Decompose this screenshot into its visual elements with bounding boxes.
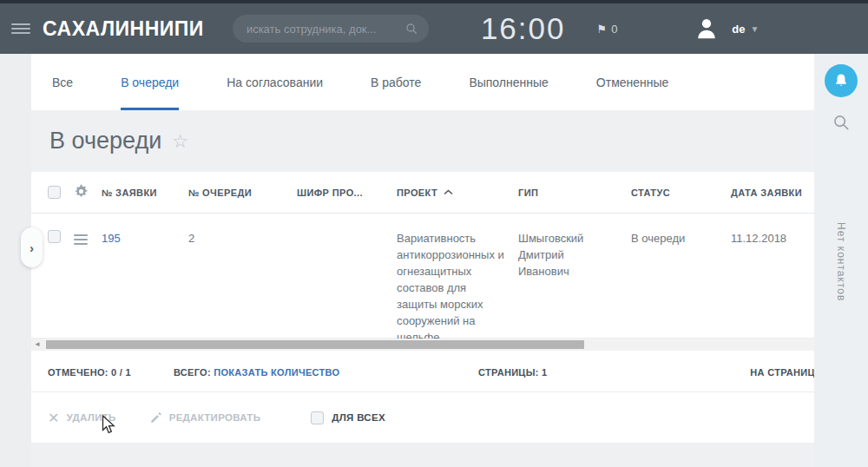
- horizontal-scrollbar[interactable]: ◄: [31, 339, 814, 351]
- sort-asc-icon: [444, 189, 453, 195]
- cell-project: Вариативность антикоррозионных и огнезащ…: [397, 214, 518, 345]
- cell-project-code: [297, 214, 397, 345]
- tab-on-approval[interactable]: На согласовании: [227, 54, 323, 110]
- notifications-bell-button[interactable]: [825, 64, 858, 97]
- user-lang-label[interactable]: de: [732, 23, 745, 36]
- tab-in-queue[interactable]: В очереди: [121, 54, 179, 110]
- right-sidebar: Нет контактов: [814, 54, 868, 467]
- cell-status: В очереди: [631, 214, 731, 345]
- marked-counter: ОТМЕЧЕНО: 0 / 1: [48, 367, 131, 378]
- current-page[interactable]: 1: [542, 367, 547, 378]
- table-footer: ОТМЕЧЕНО: 0 / 1 ВСЕГО: ПОКАЗАТЬ КОЛИЧЕСТ…: [31, 351, 814, 392]
- col-request-date[interactable]: ДАТА ЗАЯВКИ: [731, 187, 809, 198]
- search-icon[interactable]: [404, 22, 418, 36]
- pencil-icon: [149, 411, 162, 424]
- bell-icon: [832, 72, 850, 89]
- for-all-label: ДЛЯ ВСЕХ: [332, 412, 385, 423]
- cell-queue-no: 2: [188, 214, 297, 345]
- sidebar-search-icon[interactable]: [832, 113, 851, 132]
- edit-button[interactable]: РЕДАКТИРОВАТЬ: [149, 411, 261, 424]
- gear-icon[interactable]: [74, 184, 102, 201]
- col-status[interactable]: СТАТУС: [631, 187, 731, 198]
- cell-request-date: 11.12.2018: [731, 214, 809, 345]
- bottom-spacer: [31, 443, 814, 467]
- table-row[interactable]: 195 2 Вариативность антикоррозионных и о…: [31, 214, 814, 339]
- chevron-down-icon[interactable]: ▼: [751, 24, 760, 34]
- app-header: САХАЛИННИПИ 16:00 ⚑ 0 de ▼: [0, 3, 868, 54]
- search-input[interactable]: [247, 23, 404, 36]
- col-project-code[interactable]: ШИФР ПРО...: [297, 187, 397, 198]
- per-page-label[interactable]: НА СТРАНИЦУ: [750, 367, 814, 378]
- row-checkbox[interactable]: [48, 230, 61, 243]
- user-menu[interactable]: de ▼: [694, 16, 759, 42]
- notifications-flag[interactable]: ⚑ 0: [596, 23, 617, 36]
- tab-in-progress[interactable]: В работе: [371, 54, 421, 110]
- cell-request-no[interactable]: 195: [102, 214, 188, 345]
- total-counter: ВСЕГО: ПОКАЗАТЬ КОЛИЧЕСТВО: [174, 367, 339, 378]
- left-gutter: ›: [0, 54, 31, 467]
- col-queue-no[interactable]: № ОЧЕРЕДИ: [188, 187, 297, 198]
- row-menu-icon[interactable]: [74, 214, 102, 345]
- table-header: № ЗАЯВКИ № ОЧЕРЕДИ ШИФР ПРО... ПРОЕКТ ГИ…: [31, 172, 814, 214]
- delete-x-icon: ✕: [48, 410, 60, 426]
- no-contacts-label: Нет контактов: [835, 222, 847, 301]
- tab-all[interactable]: Все: [52, 54, 73, 110]
- cell-gip: Шмыговский Дмитрий Иванович: [518, 214, 631, 345]
- delete-button[interactable]: ✕ УДАЛИТЬ: [48, 410, 116, 426]
- favorite-star-icon[interactable]: ☆: [172, 131, 188, 152]
- actions-bar: ✕ УДАЛИТЬ РЕДАКТИРОВАТЬ ДЛЯ ВСЕХ: [31, 392, 814, 443]
- app-title: САХАЛИННИПИ: [43, 17, 204, 41]
- expand-panel-button[interactable]: ›: [21, 227, 43, 267]
- col-project[interactable]: ПРОЕКТ: [397, 187, 518, 198]
- content-area: Все В очереди На согласовании В работе В…: [31, 54, 814, 467]
- for-all-checkbox[interactable]: [311, 411, 324, 424]
- status-tabs: Все В очереди На согласовании В работе В…: [31, 54, 814, 110]
- global-search[interactable]: [233, 15, 429, 43]
- select-all-checkbox[interactable]: [48, 186, 61, 199]
- scroll-left-arrow-icon[interactable]: ◄: [34, 340, 41, 348]
- hamburger-menu-icon[interactable]: [11, 21, 30, 36]
- scrollbar-thumb[interactable]: [46, 340, 584, 349]
- tab-cancelled[interactable]: Отмененные: [596, 54, 669, 110]
- page-title: В очереди: [49, 128, 161, 155]
- pages-indicator: СТРАНИЦЫ: 1: [478, 367, 548, 378]
- for-all-toggle[interactable]: ДЛЯ ВСЕХ: [311, 411, 385, 424]
- flag-icon: ⚑: [596, 23, 607, 36]
- flag-count: 0: [611, 23, 617, 36]
- clock: 16:00: [481, 11, 566, 46]
- show-count-link[interactable]: ПОКАЗАТЬ КОЛИЧЕСТВО: [214, 367, 339, 378]
- avatar-icon[interactable]: [694, 16, 720, 42]
- tab-completed[interactable]: Выполненные: [469, 54, 548, 110]
- col-request-no[interactable]: № ЗАЯВКИ: [102, 187, 188, 198]
- col-gip[interactable]: ГИП: [518, 187, 631, 198]
